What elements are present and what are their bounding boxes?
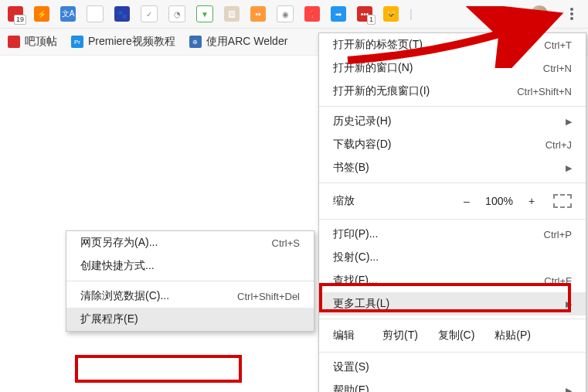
menu-new-window[interactable]: 打开新的窗口(N)Ctrl+N <box>319 56 586 80</box>
submenu-arrow-icon: ▶ <box>566 386 572 393</box>
edit-paste[interactable]: 粘贴(P) <box>495 329 531 343</box>
ext-arrow[interactable]: ➡ <box>331 6 346 22</box>
submenu-save-as[interactable]: 网页另存为(A)...Ctrl+S <box>66 231 314 254</box>
favicon: ⊕ <box>189 36 202 48</box>
zoom-out-button[interactable]: – <box>456 195 478 207</box>
submenu-arrow-icon: ▶ <box>566 117 572 127</box>
submenu-arrow-icon: ▶ <box>566 163 572 173</box>
edit-cut[interactable]: 剪切(T) <box>382 329 418 343</box>
menu-cast[interactable]: 投射(C)... <box>319 246 586 269</box>
submenu-extensions[interactable]: 扩展程序(E) <box>66 308 314 331</box>
menu-zoom: 缩放 – 100% + <box>319 186 586 216</box>
submenu-arrow-icon: ▶ <box>566 299 572 309</box>
ext-eye[interactable]: ◉ <box>277 5 294 22</box>
ext-clock[interactable]: ◔ <box>168 5 185 22</box>
ext-lastpass[interactable]: •••1 <box>357 6 372 22</box>
bookmark-label: Premiere视频教程 <box>88 35 175 49</box>
profile-avatar[interactable] <box>531 5 548 22</box>
ext-pin[interactable]: 📍 <box>304 6 320 22</box>
chrome-main-menu: 打开新的标签页(T)Ctrl+T 打开新的窗口(N)Ctrl+N 打开新的无痕窗… <box>318 32 586 392</box>
toolbar-divider: | <box>410 8 413 20</box>
ext-check[interactable]: ✓ <box>141 5 158 22</box>
ext-en[interactable]: en. <box>87 5 104 22</box>
zoom-percent: 100% <box>478 195 521 207</box>
menu-incognito[interactable]: 打开新的无痕窗口(I)Ctrl+Shift+N <box>319 80 586 103</box>
menu-more-tools[interactable]: 更多工具(L)▶ <box>319 292 586 315</box>
ext-red[interactable]: 19 <box>8 6 23 22</box>
menu-settings[interactable]: 设置(S) <box>319 356 586 379</box>
bookmark-label: 吧顶帖 <box>25 35 57 49</box>
menu-print[interactable]: 打印(P)...Ctrl+P <box>319 223 586 246</box>
zoom-in-button[interactable]: + <box>521 195 542 207</box>
menu-help[interactable]: 帮助(E)▶ <box>319 379 586 392</box>
submenu-clear-data[interactable]: 清除浏览数据(C)...Ctrl+Shift+Del <box>66 285 314 308</box>
badge: 1 <box>367 15 376 25</box>
ext-flash[interactable]: ⚡ <box>34 6 49 22</box>
ext-robot[interactable]: •• <box>250 6 266 22</box>
chrome-menu-button[interactable] <box>563 5 580 22</box>
ext-cat[interactable]: 🐱 <box>383 6 399 22</box>
bookmark-label: 使用ARC Welder <box>206 35 288 49</box>
ext-dl[interactable]: ▼ <box>196 5 213 22</box>
menu-find[interactable]: 查找(F)...Ctrl+F <box>319 269 586 292</box>
favicon <box>8 36 20 48</box>
favicon: Pr <box>71 36 83 48</box>
menu-new-tab[interactable]: 打开新的标签页(T)Ctrl+T <box>319 33 586 56</box>
ext-img[interactable]: 🖼 <box>224 6 240 22</box>
badge: 19 <box>14 15 26 25</box>
more-tools-submenu: 网页另存为(A)...Ctrl+S 创建快捷方式... 清除浏览数据(C)...… <box>66 230 314 332</box>
fullscreen-icon[interactable] <box>553 194 572 208</box>
extension-toolbar: 19⚡文Aen.🐾✓◔▼🖼••◉📍➡•••1🐱| <box>0 0 588 29</box>
submenu-create-shortcut[interactable]: 创建快捷方式... <box>66 254 314 278</box>
menu-edit-row: 编辑 剪切(T) 复制(C) 粘贴(P) <box>319 322 586 349</box>
menu-history[interactable]: 历史记录(H)▶ <box>319 110 586 133</box>
bm-arc[interactable]: ⊕使用ARC Welder <box>189 35 288 49</box>
menu-downloads[interactable]: 下载内容(D)Ctrl+J <box>319 133 586 156</box>
ext-baidu[interactable]: 🐾 <box>114 6 130 22</box>
edit-copy[interactable]: 复制(C) <box>438 329 474 343</box>
bm-premiere[interactable]: PrPremiere视频教程 <box>71 35 175 49</box>
bm-tieba[interactable]: 吧顶帖 <box>8 35 57 49</box>
menu-bookmarks[interactable]: 书签(B)▶ <box>319 156 586 179</box>
ext-translate[interactable]: 文A <box>60 6 76 22</box>
